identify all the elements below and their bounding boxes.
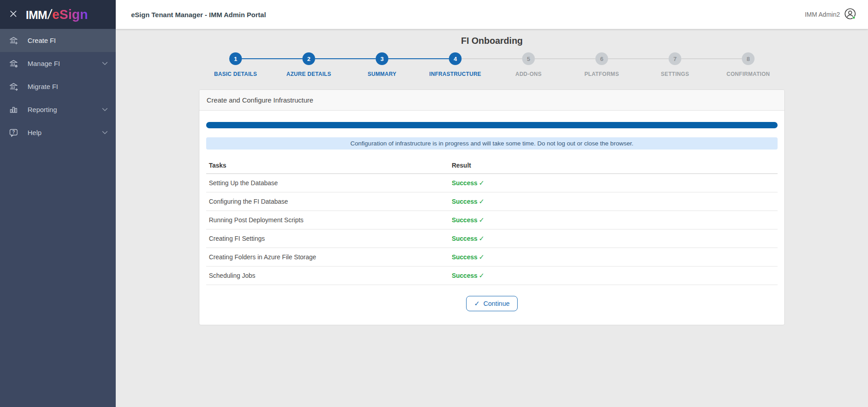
page-title: FI Onboarding [116, 36, 868, 46]
sidebar-item-label: Help [28, 129, 42, 136]
wizard-stepper: 1 BASIC DETAILS 2 AZURE DETAILS 3 SUMMAR… [116, 52, 868, 77]
success-label: Success [452, 235, 477, 242]
card-body: Configuration of infrastructure is in pr… [199, 111, 784, 325]
app-title: eSign Tenant Manager - IMM Admin Portal [131, 11, 266, 19]
task-result: Success✓ [449, 174, 778, 192]
step-connector [535, 58, 595, 59]
sidebar-nav: Create FI Manage FI [0, 29, 116, 144]
step-label: AZURE DETAILS [286, 71, 331, 77]
check-icon: ✓ [479, 234, 485, 242]
success-label: Success [452, 179, 477, 187]
task-result: Success✓ [449, 248, 778, 267]
sidebar-item-migrate-fi[interactable]: Migrate FI [0, 75, 116, 98]
logo-esign-text: eSign [52, 7, 88, 22]
infrastructure-card: Create and Configure Infrastructure Conf… [199, 89, 785, 325]
task-result: Success✓ [449, 192, 778, 211]
topbar: eSign Tenant Manager - IMM Admin Portal … [116, 0, 868, 29]
app-root: IMM / eSign Create FI [0, 0, 868, 407]
wizard-step: 1 BASIC DETAILS [199, 52, 272, 77]
card-title: Create and Configure Infrastructure [199, 90, 784, 111]
wizard-step: 3 SUMMARY [345, 52, 419, 77]
table-row: Creating FI Settings Success✓ [206, 229, 778, 248]
step-number: 1 [229, 52, 242, 65]
wizard-step: 4 INFRASTRUCTURE [419, 52, 492, 77]
chevron-down-icon [102, 131, 108, 135]
main-area: eSign Tenant Manager - IMM Admin Portal … [116, 0, 868, 407]
task-name: Running Post Deployment Scripts [206, 211, 449, 229]
tasks-column-header: Tasks [206, 156, 449, 174]
imm-esign-logo: IMM / eSign [26, 7, 88, 22]
sidebar-close-button[interactable] [8, 9, 19, 20]
task-name: Creating Folders in Azure File Storage [206, 248, 449, 267]
sidebar-item-label: Reporting [28, 106, 57, 113]
progress-bar [206, 122, 778, 128]
table-row: Scheduling Jobs Success✓ [206, 267, 778, 285]
check-icon: ✓ [479, 253, 485, 261]
sidebar-item-help[interactable]: ? Help [0, 121, 116, 144]
sidebar-item-label: Manage FI [28, 60, 60, 67]
table-row: Setting Up the Database Success✓ [206, 174, 778, 192]
step-number: 5 [522, 52, 535, 65]
table-row: Running Post Deployment Scripts Success✓ [206, 211, 778, 229]
sidebar-item-label: Create FI [28, 37, 56, 44]
step-label: PLATFORMS [585, 71, 619, 77]
check-icon: ✓ [479, 179, 485, 187]
sidebar-logo-bar: IMM / eSign [0, 0, 116, 29]
step-number: 8 [742, 52, 755, 65]
task-name: Creating FI Settings [206, 229, 449, 248]
task-name: Configuring the FI Database [206, 192, 449, 211]
svg-text:?: ? [12, 130, 15, 135]
task-result: Success✓ [449, 229, 778, 248]
step-connector [462, 58, 522, 59]
sidebar: IMM / eSign Create FI [0, 0, 116, 407]
step-connector [608, 58, 669, 59]
wizard-step: 6 PLATFORMS [565, 52, 638, 77]
task-result: Success✓ [449, 211, 778, 229]
wizard-step: 7 SETTINGS [638, 52, 712, 77]
bar-chart-icon [8, 104, 19, 115]
sidebar-item-reporting[interactable]: Reporting [0, 98, 116, 121]
continue-button[interactable]: ✓ Continue [466, 296, 518, 311]
step-number: 2 [302, 52, 315, 65]
bank-gear-icon [8, 58, 19, 69]
step-connector [242, 58, 302, 59]
task-result: Success✓ [449, 267, 778, 285]
continue-button-label: Continue [483, 300, 509, 307]
step-connector [315, 58, 376, 59]
check-icon: ✓ [474, 299, 480, 308]
check-icon: ✓ [479, 197, 485, 205]
step-label: SETTINGS [661, 71, 689, 77]
step-label: ADD-ONS [515, 71, 542, 77]
step-label: SUMMARY [368, 71, 396, 77]
tasks-header-row: Tasks Result [206, 156, 778, 174]
content: FI Onboarding 1 BASIC DETAILS 2 AZURE DE… [116, 29, 868, 407]
sidebar-item-manage-fi[interactable]: Manage FI [0, 52, 116, 75]
table-row: Creating Folders in Azure File Storage S… [206, 248, 778, 267]
step-label: INFRASTRUCTURE [429, 71, 481, 77]
success-label: Success [452, 198, 477, 205]
close-icon [10, 10, 17, 19]
tasks-table: Tasks Result Setting Up the Database Suc… [206, 156, 778, 285]
step-connector [681, 58, 742, 59]
step-label: CONFIRMATION [726, 71, 770, 77]
user-avatar-icon [844, 8, 856, 22]
success-label: Success [452, 253, 477, 261]
wizard-step: 8 CONFIRMATION [712, 52, 785, 77]
task-name: Scheduling Jobs [206, 267, 449, 285]
card-actions: ✓ Continue [206, 296, 778, 311]
user-name: IMM Admin2 [805, 11, 840, 18]
logo-imm-text: IMM [26, 9, 47, 22]
bank-plus-icon [8, 35, 19, 46]
user-menu[interactable]: IMM Admin2 [805, 8, 856, 22]
step-number: 6 [595, 52, 608, 65]
check-icon: ✓ [479, 271, 485, 279]
step-number: 4 [449, 52, 462, 65]
check-icon: ✓ [479, 216, 485, 224]
sidebar-item-label: Migrate FI [28, 83, 58, 90]
sidebar-item-create-fi[interactable]: Create FI [0, 29, 116, 52]
success-label: Success [452, 272, 477, 279]
wizard-step: 5 ADD-ONS [492, 52, 565, 77]
success-label: Success [452, 216, 477, 224]
chevron-down-icon [102, 62, 108, 65]
step-label: BASIC DETAILS [214, 71, 257, 77]
